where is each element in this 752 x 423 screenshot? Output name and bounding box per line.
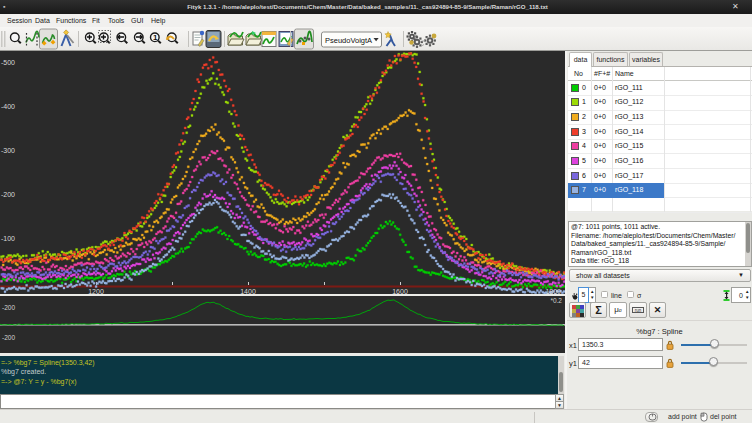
svg-text:-200: -200	[2, 304, 15, 311]
svg-text:-400: -400	[1, 103, 15, 110]
svg-text:-300: -300	[1, 147, 15, 154]
svg-text:-100: -100	[1, 235, 15, 242]
svg-text:PseudoVoigtA: PseudoVoigtA	[325, 36, 372, 45]
svg-text:-200: -200	[2, 334, 15, 341]
svg-text:*0.2: *0.2	[550, 297, 562, 304]
svg-text:1: 1	[153, 33, 158, 42]
svg-text:-200: -200	[1, 191, 15, 198]
svg-text:1400: 1400	[240, 288, 256, 294]
svg-text:-500: -500	[1, 59, 15, 66]
svg-text:1600: 1600	[392, 288, 408, 294]
svg-text:1800: 1800	[545, 288, 561, 294]
svg-text:1200: 1200	[88, 288, 104, 294]
